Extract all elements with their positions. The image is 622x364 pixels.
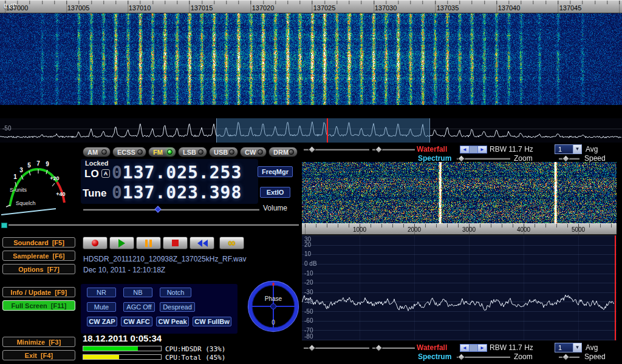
fullscreen-button[interactable]: Full Screen[F11] [2,300,75,311]
despread-button[interactable]: Despread [160,302,195,312]
mode-button-fm[interactable]: FM [148,147,176,157]
dsp-panel: NR NB Notch Mute AGC Off Despread CW ZAP… [81,284,238,334]
cpu-total-label: CPU:Total (45%) [165,354,225,362]
rewind-button[interactable] [190,237,214,249]
rbw-label: RBW 11.7 Hz [490,145,533,153]
cw-afc-button[interactable]: CW AFC [121,317,152,326]
options-button[interactable]: Options[F7] [2,264,75,274]
mode-led-icon [167,149,173,155]
freqmgr-button[interactable]: FreqMgr [258,166,293,177]
db-tick-label: 10 [304,251,311,257]
display-controls-bottom: Waterfall ◄ ► RBW 11.7 Hz 1 ▼ Avg Spectr… [301,343,622,362]
brightness-slider-thumb[interactable] [308,146,316,153]
nr-button[interactable]: NR [87,288,116,297]
mode-button-am[interactable]: AM [83,147,111,157]
db-tick-label: -60 [304,317,313,324]
minimize-button[interactable]: Minimize[F3] [2,337,75,347]
mode-led-icon [101,149,107,155]
audio-frequency-ruler[interactable]: 1000 2000 3000 4000 5000 [302,223,617,235]
locked-indicator: Locked [85,160,109,167]
loop-button[interactable]: ∞ [219,237,244,249]
audio-spectrum-trace [302,235,617,340]
arrow-left-icon[interactable]: ◄ [460,146,469,153]
chevron-down-icon[interactable]: ▼ [573,145,581,153]
mode-led-icon [229,149,234,155]
mode-button-drm[interactable]: DRM [268,147,298,157]
brightness-slider-thumb[interactable] [308,344,316,352]
soundcard-button[interactable]: Soundcard[F5] [2,237,75,248]
main-waterfall-display[interactable] [0,0,622,105]
tune-frequency-display[interactable]: 0137.023.398 [112,183,242,203]
arrow-right-icon[interactable]: ► [478,345,487,351]
volume-label: Volume [263,204,287,212]
audio-waterfall-display[interactable] [302,162,617,223]
loop-icon: ∞ [227,238,236,248]
clock-display: 18.12.2011 0:05:34 [83,333,162,343]
arrow-left-icon[interactable]: ◄ [460,345,469,351]
shift-spinner[interactable]: ◄ ► [460,344,487,352]
freq-tick-label: 2000 [402,226,426,233]
samplerate-button[interactable]: Samplerate[F6] [2,251,75,261]
shift-spinner[interactable]: ◄ ► [460,146,487,153]
spectrum-label[interactable]: Spectrum [418,352,451,361]
pause-button[interactable] [136,237,161,249]
vfo-a-badge[interactable]: A [101,169,110,178]
waterfall-label[interactable]: Waterfall [417,145,447,153]
volume-slider-thumb[interactable] [154,206,161,212]
contrast-slider-thumb[interactable] [375,146,383,153]
stop-button[interactable] [163,237,188,249]
extio-button[interactable]: ExtIO [260,187,290,198]
db-tick-label: -40 [304,298,313,305]
freq-tick-label: 137010 [124,4,156,12]
main-spectrum-strip[interactable]: -50 [0,118,622,143]
speed-label: Speed [584,154,606,163]
zoom-slider-thumb[interactable] [457,353,465,361]
exit-button[interactable]: Exit[F4] [2,350,75,360]
main-frequency-ruler[interactable]: 0 dB 137000 137005 137010 137015 137020 … [0,0,622,13]
cw-zap-button[interactable]: CW ZAP [87,317,117,326]
spectrum-label[interactable]: Spectrum [418,154,451,163]
mode-button-cw[interactable]: CW [240,147,267,157]
speed-label: Speed [584,352,606,361]
pause-icon [145,240,152,247]
mode-led-icon [258,149,263,155]
agc-button[interactable]: AGC Off [123,302,155,312]
transport-bar: ∞ [83,237,244,249]
avg-select[interactable]: 1 ▼ [555,343,582,352]
squelch-slider-track[interactable] [9,224,299,226]
lo-frequency-display[interactable]: 0137.025.253 [112,163,242,183]
arrow-right-icon[interactable]: ► [478,146,487,153]
speed-slider-thumb[interactable] [562,155,570,163]
display-controls-top: Waterfall ◄ ► RBW 11.7 Hz 1 ▼ Avg Spectr… [301,144,622,163]
cw-peak-button[interactable]: CW Peak [156,317,189,326]
zoom-label: Zoom [514,352,533,361]
volume-slider-track[interactable] [83,209,259,211]
lo-label: LO [84,168,99,180]
avg-select[interactable]: 1 ▼ [555,144,582,154]
db-tick-label: -50 [304,308,313,315]
stop-icon [172,240,179,246]
record-button[interactable] [83,237,108,249]
chevron-down-icon[interactable]: ▼ [573,343,581,352]
freq-tick-label: 137020 [247,4,279,12]
mode-button-ecss[interactable]: ECSS [112,147,146,157]
mode-button-usb[interactable]: USB [209,147,238,157]
passband-selection[interactable] [216,118,430,143]
nb-button[interactable]: NB [123,288,152,297]
record-icon [92,240,98,246]
notch-button[interactable]: Notch [160,288,191,297]
mode-button-lsb[interactable]: LSB [178,147,207,157]
squelch-handle[interactable] [1,223,7,228]
info-update-button[interactable]: Info / Update[F9] [2,287,75,297]
svg-text:+20: +20 [50,175,59,181]
play-button[interactable] [109,237,134,249]
zoom-slider-thumb[interactable] [457,155,465,163]
contrast-slider-thumb[interactable] [375,344,383,352]
cw-fullbw-button[interactable]: CW FullBw [193,317,231,326]
tune-marker [327,118,328,143]
waterfall-label[interactable]: Waterfall [417,343,447,352]
audio-spectrum-display[interactable]: 30 20 10 0 dB -10 -20 -30 -40 -50 -60 -7… [302,235,617,340]
svg-text:Phase: Phase [265,295,282,302]
speed-slider-thumb[interactable] [562,353,570,361]
mute-button[interactable]: Mute [87,302,116,312]
